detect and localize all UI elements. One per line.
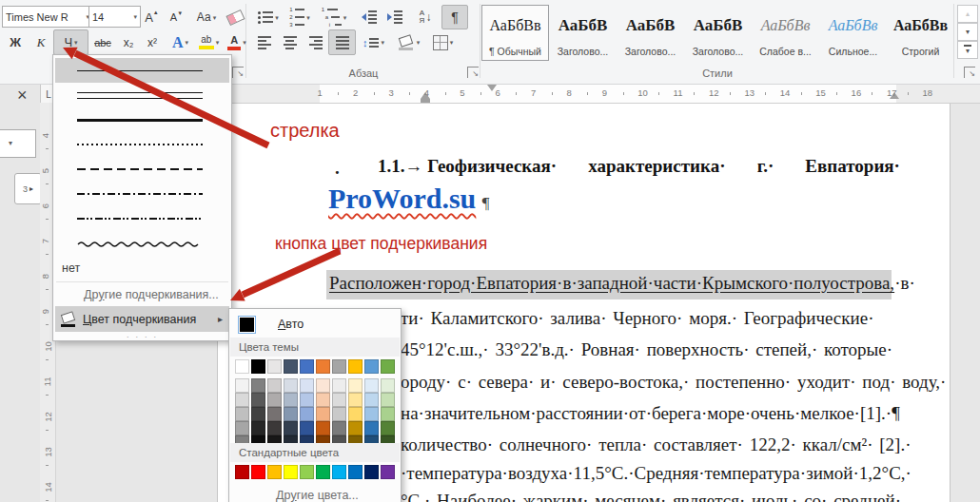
- superscript-button[interactable]: х²: [140, 29, 165, 55]
- theme-variant-swatch[interactable]: [251, 378, 265, 393]
- font-color-button[interactable]: А ▾: [224, 29, 250, 55]
- body-line[interactable]: ороду· с· севера· и· северо-востока,· по…: [401, 372, 946, 393]
- pane-nav-button[interactable]: 3 ▸: [14, 173, 42, 204]
- theme-variant-swatch[interactable]: [284, 407, 298, 421]
- document-heading[interactable]: 1.1.→ Геофизическая· характеристика· г.·…: [378, 156, 900, 177]
- standard-color-swatch[interactable]: [235, 465, 249, 479]
- theme-variant-swatch[interactable]: [300, 421, 314, 435]
- standard-color-swatch[interactable]: [364, 465, 379, 479]
- theme-color-swatch[interactable]: [364, 359, 379, 374]
- text-highlight-button[interactable]: ab ▾: [194, 29, 224, 55]
- theme-color-swatch[interactable]: [235, 359, 249, 374]
- more-colors-item[interactable]: Другие цвета...: [231, 484, 399, 502]
- numbering-button[interactable]: 1 2 3 ▾: [284, 5, 315, 29]
- underline-none-item[interactable]: нет: [55, 257, 229, 280]
- theme-variant-swatch[interactable]: [381, 378, 395, 393]
- body-line[interactable]: количество· солнечного· тепла· составляе…: [401, 434, 911, 455]
- styles-scroll-down-button[interactable]: ▾: [957, 23, 978, 41]
- underline-style-dash-dot-dot[interactable]: [55, 206, 229, 231]
- standard-color-swatch[interactable]: [251, 465, 265, 479]
- styles-dialog-launcher[interactable]: ↘: [964, 67, 975, 78]
- theme-color-swatch[interactable]: [251, 359, 265, 374]
- theme-variant-swatch[interactable]: [284, 421, 298, 435]
- body-line[interactable]: ·температура·воздуха·11,5°С.·Средняя·тем…: [401, 463, 911, 484]
- theme-color-swatch[interactable]: [348, 359, 363, 374]
- body-line[interactable]: ти· Каламитского· залива· Черного· моря.…: [401, 308, 873, 329]
- theme-variant-swatch[interactable]: [316, 378, 330, 393]
- bullets-button[interactable]: ▾: [253, 5, 284, 29]
- close-pane-icon[interactable]: ×: [17, 86, 28, 106]
- theme-variant-swatch[interactable]: [332, 421, 346, 435]
- standard-color-swatch[interactable]: [381, 465, 395, 479]
- font-dialog-launcher[interactable]: ↘: [232, 67, 244, 78]
- underline-style-double[interactable]: [55, 83, 229, 107]
- italic-button[interactable]: К: [28, 29, 54, 55]
- theme-variant-swatch[interactable]: [267, 378, 282, 393]
- theme-variant-swatch[interactable]: [364, 421, 379, 435]
- theme-color-swatch[interactable]: [300, 359, 314, 374]
- body-line[interactable]: на·значительном·расстоянии·от·берега·мор…: [401, 403, 900, 424]
- change-case-button[interactable]: Аа ▾: [190, 5, 223, 29]
- theme-variant-swatch[interactable]: [300, 407, 314, 421]
- theme-variant-swatch[interactable]: [364, 407, 379, 421]
- underline-style-dash-dot[interactable]: [55, 182, 229, 206]
- theme-variant-swatch[interactable]: [235, 393, 249, 407]
- theme-variant-swatch[interactable]: [267, 421, 282, 435]
- style-item-strong[interactable]: АаБбВв Строгий: [887, 5, 954, 61]
- theme-variant-swatch[interactable]: [381, 421, 395, 435]
- theme-variant-swatch[interactable]: [251, 421, 265, 435]
- style-item-heading2[interactable]: АаБбВ Заголово...: [617, 5, 684, 61]
- text-effects-button[interactable]: А ▾: [167, 29, 194, 55]
- standard-color-swatch[interactable]: [316, 465, 330, 479]
- theme-variant-swatch[interactable]: [332, 407, 346, 421]
- more-underlines-item[interactable]: Другие подчеркивания...: [55, 283, 229, 306]
- underline-color-item[interactable]: Цвет подчеркивания ▸: [55, 306, 229, 332]
- underline-style-thick[interactable]: [55, 107, 229, 132]
- theme-variant-swatch[interactable]: [235, 407, 249, 421]
- standard-color-swatch[interactable]: [284, 465, 298, 479]
- font-size-combo[interactable]: 14 ▾: [88, 6, 141, 28]
- style-item-heading1[interactable]: АаБбВ Заголово...: [549, 5, 617, 61]
- font-name-combo[interactable]: Times New R ▾: [2, 6, 93, 28]
- theme-variant-swatch[interactable]: [300, 393, 314, 407]
- multilevel-list-button[interactable]: 1 а i ▾: [316, 5, 352, 29]
- clear-formatting-button[interactable]: [224, 5, 246, 29]
- style-item-heading3[interactable]: АаБбВ Заголово...: [684, 5, 752, 61]
- theme-variant-swatch[interactable]: [364, 393, 379, 407]
- styles-scroll-up-button[interactable]: ▴: [957, 5, 978, 23]
- theme-variant-swatch[interactable]: [381, 407, 395, 421]
- standard-color-swatch[interactable]: [348, 465, 363, 479]
- decrease-indent-button[interactable]: [356, 5, 382, 29]
- theme-variant-swatch[interactable]: [364, 378, 379, 393]
- theme-variant-swatch[interactable]: [316, 407, 330, 421]
- sort-button[interactable]: А Я ↓: [411, 5, 440, 29]
- theme-variant-swatch[interactable]: [348, 407, 363, 421]
- strikethrough-button[interactable]: abc: [88, 29, 117, 55]
- body-line[interactable]: 45°12'с.ш.,· 33°22'в.д.· Ровная· поверхн…: [401, 339, 892, 360]
- theme-variant-swatch[interactable]: [284, 378, 298, 393]
- theme-variant-swatch[interactable]: [267, 407, 282, 421]
- underline-style-dashed[interactable]: [55, 157, 229, 182]
- borders-button[interactable]: ▾: [426, 29, 460, 55]
- standard-color-swatch[interactable]: [267, 465, 282, 479]
- chevron-down-icon[interactable]: ▾: [133, 13, 137, 20]
- chevron-down-icon[interactable]: ▾: [74, 39, 78, 46]
- align-center-button[interactable]: [277, 29, 303, 55]
- theme-variant-swatch[interactable]: [300, 378, 314, 393]
- style-item-subtle-emphasis[interactable]: АаБбВв Слабое в...: [752, 5, 819, 61]
- shading-button[interactable]: ▾: [392, 29, 425, 55]
- style-item-intense-emphasis[interactable]: АаБбВв Сильное...: [819, 5, 887, 61]
- theme-variant-swatch[interactable]: [348, 421, 363, 435]
- shrink-font-button[interactable]: А ▼: [164, 5, 189, 29]
- theme-variant-swatch[interactable]: [332, 393, 346, 407]
- standard-color-swatch[interactable]: [332, 465, 346, 479]
- theme-variant-swatch[interactable]: [251, 393, 265, 407]
- theme-variant-swatch[interactable]: [235, 378, 249, 393]
- theme-color-swatch[interactable]: [284, 359, 298, 374]
- theme-variant-swatch[interactable]: [316, 421, 330, 435]
- standard-color-swatch[interactable]: [300, 465, 314, 479]
- menu-resize-grip[interactable]: · · · ·: [53, 332, 231, 341]
- underline-style-single[interactable]: [55, 58, 229, 83]
- line-spacing-button[interactable]: ↕ ▾: [358, 29, 389, 55]
- increase-indent-button[interactable]: [382, 5, 408, 29]
